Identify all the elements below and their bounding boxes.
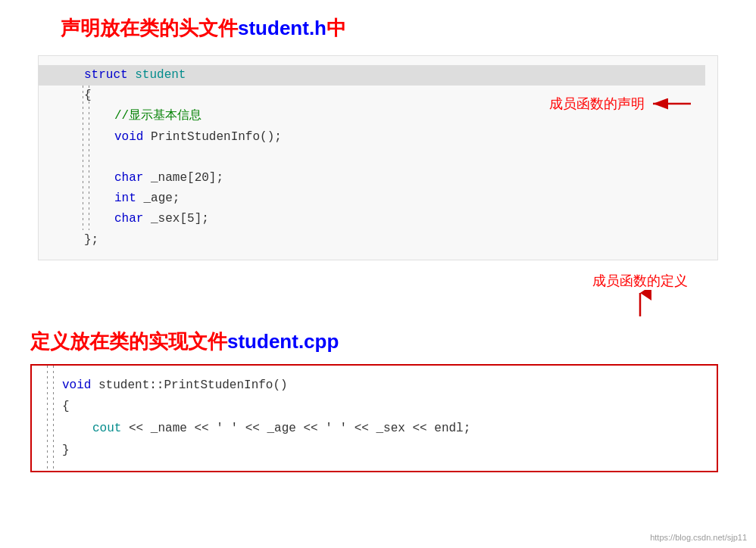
code-line-sex: char _sex[5]; — [39, 209, 705, 229]
right-annotation: 成员函数的声明 — [549, 92, 695, 116]
code-line-struct: struct student — [39, 65, 705, 86]
watermark: https://blog.csdn.net/sjp11 — [650, 533, 747, 542]
open-brace: { — [84, 86, 92, 106]
up-arrow-icon — [629, 290, 651, 319]
bottom-code-line-func: void student::PrintStudenInfo() — [32, 375, 704, 397]
left-arrow-icon — [649, 95, 695, 113]
member-age: _age; — [143, 188, 180, 209]
bottom-header-text: 定义放在类的实现文件 — [30, 330, 227, 353]
page-container: 声明放在类的头文件student.h中 struct student { //显… — [0, 0, 756, 548]
middle-annotation: 成员函数的定义 — [592, 272, 688, 319]
code-line-age: int _age; — [39, 188, 705, 209]
bottom-section-header: 定义放在类的实现文件student.cpp — [30, 328, 733, 355]
bottom-open-brace: { — [62, 396, 70, 418]
keyword-void1: void — [114, 127, 143, 148]
keyword-char2: char — [114, 209, 143, 229]
bottom-filename: student.cpp — [227, 330, 339, 353]
code-line-empty — [39, 148, 705, 168]
bottom-code-open-brace: { — [32, 396, 704, 418]
cout-body: << _name << ' ' << _age << ' ' << _sex <… — [129, 418, 470, 440]
top-section-header: 声明放在类的头文件student.h中 — [61, 15, 733, 42]
code-line-name: char _name[20]; — [39, 168, 705, 188]
code-line-print-func: void PrintStudenInfo(); — [39, 127, 705, 148]
bottom-close-brace: } — [62, 440, 70, 462]
top-filename: student.h — [238, 17, 326, 39]
cout-keyword: cout — [92, 418, 121, 440]
bottom-code-block: void student::PrintStudenInfo() { cout <… — [30, 364, 718, 472]
bottom-code-cout: cout << _name << ' ' << _age << ' ' << _… — [32, 418, 704, 440]
member-sex: _sex[5]; — [151, 209, 209, 229]
bottom-code-close-brace: } — [32, 440, 704, 462]
top-header-text: 声明放在类的头文件 — [61, 17, 238, 39]
keyword-char1: char — [114, 168, 143, 188]
member-name: _name[20]; — [151, 168, 223, 188]
keyword-int: int — [114, 188, 136, 209]
struct-name: student — [135, 65, 186, 86]
func-name: PrintStudenInfo(); — [151, 127, 282, 148]
middle-section: 成员函数的定义 — [23, 268, 733, 321]
top-header-suffix: 中 — [326, 17, 346, 39]
top-code-block: struct student { //显示基本信息 void PrintStud… — [38, 55, 718, 260]
annotation-text-right: 成员函数的声明 — [549, 92, 645, 116]
func-full-name: student::PrintStudenInfo() — [98, 375, 288, 397]
keyword-void2: void — [62, 375, 91, 397]
keyword-struct: struct — [84, 65, 128, 86]
annotation-middle-text: 成员函数的定义 — [592, 272, 688, 290]
close-brace-semi: }; — [84, 230, 98, 251]
code-line-close-brace: }; — [39, 230, 705, 251]
comment-text: //显示基本信息 — [114, 106, 201, 126]
